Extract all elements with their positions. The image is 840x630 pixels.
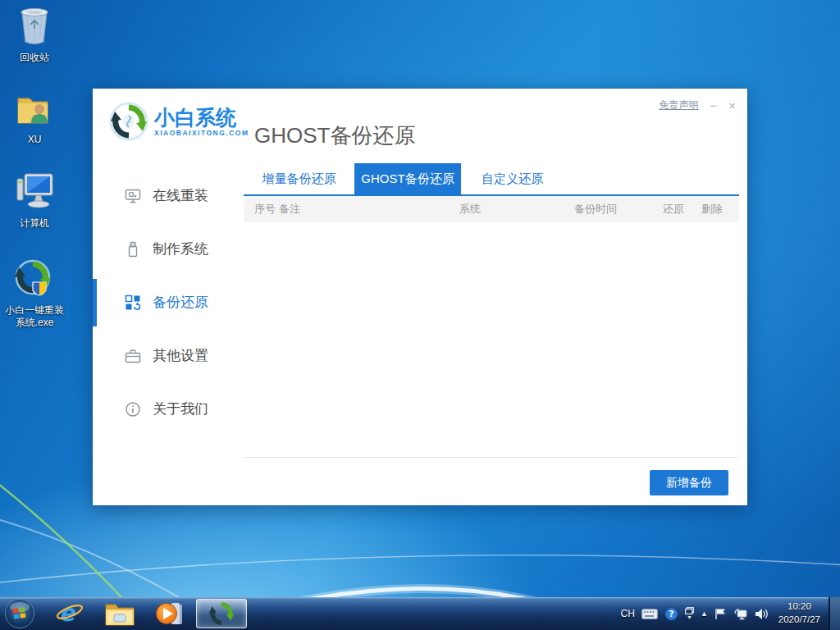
logo-title: 小白系统 <box>154 107 249 128</box>
computer-icon <box>14 172 55 212</box>
window-controls: 免责声明 − × <box>659 98 736 112</box>
language-indicator[interactable]: CH <box>621 608 635 619</box>
network-icon[interactable] <box>733 608 748 620</box>
footer-divider <box>244 457 739 458</box>
system-tray: CH ? ▼ ▲ <box>621 597 840 630</box>
folder-icon <box>104 600 135 627</box>
tab-ghost-backup-restore[interactable]: GHOST备份还原 <box>354 163 461 194</box>
tab-bar: 增量备份还原 GHOST备份还原 自定义还原 <box>244 163 739 196</box>
tab-custom-restore[interactable]: 自定义还原 <box>461 163 564 194</box>
app-logo: 小白系统 XIAOBAIXITONG.COM <box>109 102 249 141</box>
close-button[interactable]: × <box>728 99 736 112</box>
taskbar-item-xiaobai-active[interactable] <box>196 599 247 628</box>
backup-grid-icon <box>125 294 141 311</box>
clock-date: 2020/7/27 <box>778 614 820 624</box>
volume-icon[interactable] <box>755 608 769 620</box>
logo-subtitle: XIAOBAIXITONG.COM <box>154 129 249 137</box>
disclaimer-link[interactable]: 免责声明 <box>659 98 698 112</box>
desktop-icon-label: XU <box>3 134 66 146</box>
column-header-restore: 还原 <box>663 202 701 217</box>
backup-table-header: 序号 备注 系统 备份时间 还原 删除 <box>244 196 739 222</box>
sidebar-item-about-us[interactable]: 关于我们 <box>93 382 244 436</box>
taskbar-item-file-explorer[interactable] <box>104 600 135 627</box>
start-button[interactable] <box>4 598 35 629</box>
tab-incremental-backup-restore[interactable]: 增量备份还原 <box>244 163 354 194</box>
sidebar-item-label: 关于我们 <box>153 399 208 418</box>
briefcase-icon <box>125 348 141 364</box>
main-content: 增量备份还原 GHOST备份还原 自定义还原 序号 备注 系统 备份时间 还原 … <box>244 163 739 495</box>
sidebar-item-make-system[interactable]: 制作系统 <box>93 222 244 276</box>
help-icon[interactable]: ? <box>664 607 678 621</box>
sidebar: 在线重装 制作系统 备份还原 <box>93 169 244 436</box>
svg-text:?: ? <box>669 609 673 619</box>
media-player-icon <box>155 600 183 628</box>
sidebar-item-label: 其他设置 <box>153 346 208 365</box>
desktop-icon-label: 计算机 <box>3 217 66 230</box>
column-header-system: 系统 <box>459 202 574 217</box>
window-icon <box>685 607 694 614</box>
keyboard-icon[interactable] <box>641 609 658 619</box>
svg-text:e: e <box>59 600 76 627</box>
desktop-icon-label: 小白一键重装 系统.exe <box>3 304 66 329</box>
xiaobai-app-icon <box>208 600 235 627</box>
sidebar-item-other-settings[interactable]: 其他设置 <box>93 329 244 382</box>
clock-time: 10:20 <box>788 601 811 611</box>
monitor-icon <box>125 188 141 204</box>
desktop-icon-xu-folder[interactable]: XU <box>3 92 66 146</box>
taskbar-clock[interactable]: 10:20 2020/7/27 <box>778 600 820 626</box>
recycle-bin-icon <box>16 5 53 46</box>
xiaobai-app-window: 免责声明 − × 小白系统 XIAOBAIXITONG.COM GHOST备份还… <box>93 89 747 505</box>
sidebar-item-backup-restore[interactable]: 备份还原 <box>93 276 244 329</box>
action-center-flag-icon[interactable] <box>714 608 727 620</box>
info-icon <box>125 401 141 418</box>
sidebar-item-label: 在线重装 <box>153 186 208 205</box>
tray-window-icon[interactable]: ▼ <box>685 607 694 620</box>
page-title: GHOST备份还原 <box>254 121 415 150</box>
taskbar: e <box>0 597 840 630</box>
taskbar-item-media-player[interactable] <box>155 600 183 628</box>
desktop-icon-xiaobai-exe[interactable]: 小白一键重装 系统.exe <box>3 259 66 329</box>
sidebar-item-label: 备份还原 <box>153 293 208 312</box>
user-folder-icon <box>15 92 54 128</box>
desktop-icon-computer[interactable]: 计算机 <box>3 172 66 230</box>
column-header-index: 序号 <box>254 202 279 217</box>
minimize-button[interactable]: − <box>710 99 717 112</box>
add-backup-button[interactable]: 新增备份 <box>650 470 728 495</box>
column-header-backup-time: 备份时间 <box>574 202 663 217</box>
desktop-icon-recycle-bin[interactable]: 回收站 <box>3 5 66 64</box>
xiaobai-logo-icon <box>109 102 148 141</box>
sidebar-item-label: 制作系统 <box>153 240 208 258</box>
xiaobai-app-icon <box>15 259 54 299</box>
desktop-icon-label: 回收站 <box>3 52 66 64</box>
usb-drive-icon <box>125 241 141 258</box>
dropdown-arrow-icon: ▼ <box>687 614 692 620</box>
taskbar-item-internet-explorer[interactable]: e <box>55 599 84 628</box>
taskbar-apps: e <box>0 597 247 630</box>
show-hidden-icons-button[interactable]: ▲ <box>701 610 708 618</box>
internet-explorer-icon: e <box>55 599 84 628</box>
column-header-note: 备注 <box>279 202 459 217</box>
sidebar-item-online-reinstall[interactable]: 在线重装 <box>93 169 244 222</box>
column-header-delete: 删除 <box>701 202 739 217</box>
show-desktop-button[interactable] <box>829 597 840 630</box>
